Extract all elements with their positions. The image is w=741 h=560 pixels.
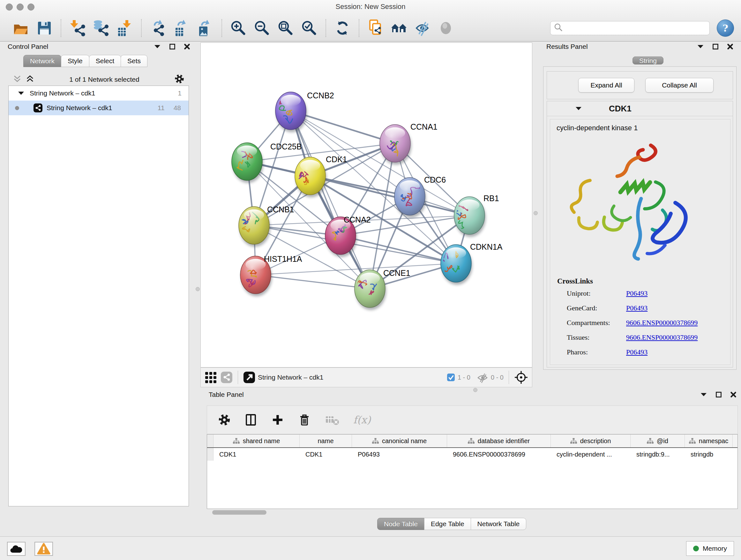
table-cell[interactable]: CDK1: [213, 448, 300, 461]
tab-network-table[interactable]: Network Table: [471, 518, 527, 530]
grid-view-icon[interactable]: [205, 371, 217, 383]
network-collection-row[interactable]: String Network – cdk1 1: [9, 86, 189, 101]
table-cell[interactable]: stringdb:9...: [630, 448, 685, 461]
table-cell[interactable]: cyclin-dependent ...: [551, 448, 630, 461]
scrollbar-thumb[interactable]: [212, 510, 266, 515]
collection-expand-icon[interactable]: [17, 91, 24, 96]
float-panel-icon[interactable]: [712, 44, 719, 50]
tab-node-table[interactable]: Node Table: [377, 518, 424, 530]
zoom-in-button[interactable]: [229, 18, 248, 38]
help-button[interactable]: ?: [717, 19, 734, 37]
float-panel-icon[interactable]: [716, 391, 722, 398]
network-node-RB1[interactable]: RB1: [452, 194, 499, 237]
collapse-panel-icon[interactable]: [700, 392, 707, 397]
right-splitter-handle[interactable]: [534, 211, 538, 215]
show-columns-icon[interactable]: [244, 413, 258, 427]
memory-button[interactable]: Memory: [686, 541, 734, 556]
search-box[interactable]: [550, 21, 710, 35]
network-node-CCNA1[interactable]: CCNA1: [380, 122, 437, 165]
cloud-button[interactable]: [7, 542, 25, 556]
column-header-name[interactable]: name: [300, 435, 352, 447]
gene-header-row[interactable]: CDK1: [547, 101, 733, 116]
close-panel-icon[interactable]: [730, 391, 737, 398]
gene-expand-icon[interactable]: [575, 106, 582, 111]
close-panel-icon[interactable]: [184, 44, 190, 50]
import-network-database-button[interactable]: [92, 18, 111, 38]
cytoscape-window: Session: New Session ? Control Panel Net…: [0, 0, 741, 560]
network-node-HIST1H1A[interactable]: HIST1H1A: [240, 254, 302, 296]
fit-selected-crosshair-icon[interactable]: [514, 370, 528, 384]
network-selection-summary: 1 of 1 Network selected: [35, 76, 174, 83]
collapse-panel-icon[interactable]: [697, 44, 704, 49]
node-label-CDKN1A: CDKN1A: [470, 242, 502, 251]
network-node-CCNE1[interactable]: CCNE1: [354, 268, 410, 310]
network-node-CCNB1[interactable]: CCNB1: [239, 205, 294, 247]
crosslink-link[interactable]: 9606.ENSP00000378699: [626, 319, 697, 327]
zoom-selected-button[interactable]: [300, 18, 319, 38]
network-options-gear-icon[interactable]: [174, 74, 185, 85]
clear-table-icon: [325, 413, 340, 427]
close-panel-icon[interactable]: [727, 44, 733, 50]
add-column-icon[interactable]: [271, 413, 284, 427]
table-cell[interactable]: 9606.ENSP00000378699: [447, 448, 551, 461]
network-node-CDKN1A[interactable]: CDKN1A: [441, 242, 502, 285]
tab-edge-table[interactable]: Edge Table: [424, 518, 471, 530]
column-header-namespac[interactable]: namespac: [685, 435, 733, 447]
hidden-eye-icon[interactable]: [477, 372, 488, 383]
crosslink-link[interactable]: 9606.ENSP00000378699: [626, 333, 697, 341]
table-cell[interactable]: P06493: [352, 448, 447, 461]
network-node-CCNB2[interactable]: CCNB2: [275, 91, 334, 132]
warnings-button[interactable]: [35, 542, 53, 556]
share-network-icon[interactable]: [220, 371, 232, 383]
string-network-graph[interactable]: CCNB2 CCNA1 CDC25B CDK1 CDC6 RB1 CCNB1: [201, 43, 532, 367]
tab-sets[interactable]: Sets: [121, 55, 147, 67]
search-input[interactable]: [566, 24, 706, 32]
column-header-canonical-name[interactable]: canonical name: [352, 435, 447, 447]
table-toolbar: f(x): [207, 406, 738, 434]
shared-column-icon: [689, 438, 696, 444]
table-options-gear-icon[interactable]: [218, 414, 231, 426]
column-header-description[interactable]: description: [551, 435, 630, 447]
crosslink-link[interactable]: P06493: [626, 304, 648, 312]
expand-all-button[interactable]: Expand All: [578, 78, 634, 92]
zoom-out-button[interactable]: [253, 18, 271, 38]
collapse-panel-icon[interactable]: [154, 44, 161, 49]
left-splitter-handle[interactable]: [196, 287, 200, 291]
network-row[interactable]: String Network – cdk1 11 48: [9, 101, 189, 115]
tab-string[interactable]: String: [632, 57, 664, 64]
first-neighbors-button[interactable]: [366, 18, 385, 38]
open-session-button[interactable]: [11, 18, 30, 38]
export-image-button[interactable]: [196, 18, 214, 38]
column-header-shared-name[interactable]: shared name: [213, 435, 300, 447]
network-node-CCNA2[interactable]: CCNA2: [325, 215, 371, 257]
crosslink-link[interactable]: P06493: [626, 348, 648, 356]
tab-network[interactable]: Network: [23, 55, 61, 67]
refresh-network-button[interactable]: [333, 18, 352, 38]
zoom-fit-button[interactable]: [276, 18, 295, 38]
tab-select[interactable]: Select: [89, 55, 121, 67]
selected-checkbox-icon[interactable]: [447, 373, 455, 381]
table-cell[interactable]: stringdb: [685, 448, 733, 461]
float-panel-icon[interactable]: [169, 44, 176, 50]
column-header--id[interactable]: @id: [630, 435, 685, 447]
collapse-all-networks-icon[interactable]: [13, 75, 22, 84]
import-table-button[interactable]: [116, 18, 134, 38]
collapse-all-button[interactable]: Collapse All: [645, 78, 714, 92]
hide-selected-button[interactable]: [414, 18, 432, 38]
column-label: name: [318, 437, 333, 445]
string-query-button[interactable]: [390, 18, 408, 38]
birdseye-view-icon[interactable]: [243, 371, 255, 383]
delete-column-icon[interactable]: [298, 413, 311, 427]
table-cell[interactable]: CDK1: [300, 448, 352, 461]
save-session-button[interactable]: [35, 18, 54, 38]
table-horizontal-scrollbar[interactable]: [207, 509, 738, 516]
network-node-CDC6[interactable]: CDC6: [394, 175, 446, 218]
export-network-button[interactable]: [149, 18, 167, 38]
column-header-database-identifier[interactable]: database identifier: [447, 435, 551, 447]
import-network-file-button[interactable]: [68, 18, 87, 38]
crosslink-link[interactable]: P06493: [626, 289, 648, 298]
expand-all-networks-icon[interactable]: [25, 75, 35, 84]
network-canvas[interactable]: CCNB2 CCNA1 CDC25B CDK1 CDC6 RB1 CCNB1: [200, 43, 532, 368]
tab-style[interactable]: Style: [61, 55, 89, 67]
export-table-button[interactable]: [172, 18, 191, 38]
